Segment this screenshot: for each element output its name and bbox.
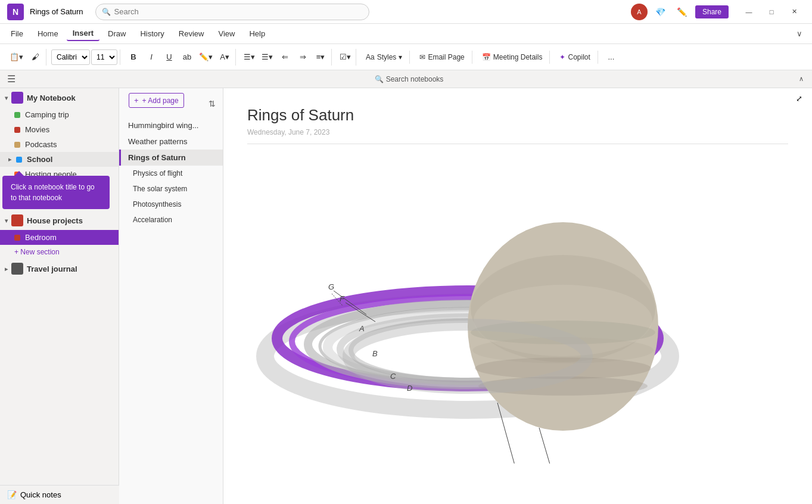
email-group: ✉ Email Page xyxy=(412,51,472,64)
notebook-header-my-notebook[interactable]: ▾ My Notebook xyxy=(0,88,119,107)
avatar[interactable]: A xyxy=(631,4,648,20)
saturn-diagram: G F A B C D Enke division Cassini divisi… xyxy=(247,154,700,463)
notebook-house-projects: ▾ House projects Bedroom Click a noteboo… xyxy=(0,211,119,259)
school-chevron-icon: ▸ xyxy=(8,156,11,163)
menu-draw[interactable]: Draw xyxy=(102,27,132,41)
notebook-header-travel-journal[interactable]: ▸ Travel journal xyxy=(0,259,119,278)
share-button[interactable]: Share xyxy=(695,5,729,18)
text-format-group: B I U ab ✏️▾ A▾ xyxy=(123,49,236,66)
format-painter-button[interactable]: 🖌 xyxy=(27,49,43,66)
quick-notes-icon: 📝 xyxy=(7,490,17,499)
diamond-icon[interactable]: 💎 xyxy=(652,4,669,20)
expand-ribbon-button[interactable]: ∨ xyxy=(792,27,807,41)
menu-history[interactable]: History xyxy=(134,27,170,41)
page-date: Wednesday, June 7, 2023 xyxy=(247,128,788,144)
styles-button[interactable]: Aa Styles ▾ xyxy=(361,51,407,64)
menu-insert[interactable]: Insert xyxy=(67,26,99,41)
page-item-physics-of-flight[interactable]: Physics of flight xyxy=(119,166,223,181)
bullets-button[interactable]: ☰▾ xyxy=(241,49,257,66)
movies-dot xyxy=(14,127,20,133)
menu-review[interactable]: Review xyxy=(173,27,210,41)
quick-notes-item[interactable]: 📝 Quick notes xyxy=(0,485,119,504)
font-color-button[interactable]: A▾ xyxy=(216,49,233,66)
bedroom-dot xyxy=(14,235,20,241)
svg-text:B: B xyxy=(372,349,378,358)
svg-text:D: D xyxy=(407,384,412,393)
menu-view[interactable]: View xyxy=(212,27,241,41)
travel-journal-icon xyxy=(11,263,23,275)
calendar-icon: 📅 xyxy=(482,53,491,61)
title-bar: N Rings of Saturn 🔍 A 💎 ✏️ Share — □ ✕ xyxy=(0,0,812,24)
indent-button[interactable]: ⇒ xyxy=(294,49,311,66)
search-notebooks-button[interactable]: 🔍 Search notebooks xyxy=(370,73,449,86)
highlight-button[interactable]: ✏️▾ xyxy=(197,49,215,66)
sidebar-item-movies[interactable]: Movies xyxy=(0,122,119,137)
checkbox-group: ☑▾ xyxy=(334,49,356,66)
menu-home[interactable]: Home xyxy=(32,27,64,41)
align-button[interactable]: ≡▾ xyxy=(312,49,329,66)
page-item-rings-of-saturn[interactable]: Rings of Saturn xyxy=(119,150,223,166)
add-icon: + xyxy=(134,96,139,105)
add-page-button[interactable]: + + Add page xyxy=(129,93,184,108)
hamburger-button[interactable]: ☰ xyxy=(0,70,23,88)
content-area[interactable]: ⤢ Rings of Saturn Wednesday, June 7, 202… xyxy=(223,88,812,504)
window-title: Rings of Saturn xyxy=(30,7,83,16)
sidebar-item-camping-trip[interactable]: Camping trip xyxy=(0,107,119,122)
copilot-group: ✦ Copilot xyxy=(552,51,598,64)
styles-chevron: ▾ xyxy=(399,53,402,61)
more-button[interactable]: ... xyxy=(603,49,620,66)
page-item-photosynthesis[interactable]: Photosynthesis xyxy=(119,197,223,212)
email-icon: ✉ xyxy=(419,53,425,61)
maximize-button[interactable]: □ xyxy=(761,4,782,20)
menu-bar: File Home Insert Draw History Review Vie… xyxy=(0,24,812,44)
search-bar[interactable]: 🔍 xyxy=(95,4,369,20)
travel-chevron-right-icon: ▸ xyxy=(5,266,8,272)
styles-group: Aa Styles ▾ xyxy=(359,51,410,64)
underline-button[interactable]: U xyxy=(161,49,178,66)
search-notebooks-icon: 🔍 xyxy=(375,75,384,83)
strikethrough-button[interactable]: ab xyxy=(179,49,195,66)
copilot-button[interactable]: ✦ Copilot xyxy=(555,51,595,64)
minimize-button[interactable]: — xyxy=(738,4,760,20)
meeting-details-button[interactable]: 📅 Meeting Details xyxy=(477,51,547,64)
window-controls: — □ ✕ xyxy=(738,4,805,20)
bold-button[interactable]: B xyxy=(125,49,142,66)
clipboard-button[interactable]: 📋▾ xyxy=(7,49,26,66)
chevron-down-icon: ▾ xyxy=(5,95,8,101)
clipboard-group: 📋▾ 🖌 xyxy=(5,49,46,66)
menu-file[interactable]: File xyxy=(5,27,29,41)
page-list: + + Add page ⇅ Hummingbird wing... Weath… xyxy=(119,88,223,504)
numbering-button[interactable]: ☰▾ xyxy=(259,49,275,66)
sidebar-item-podcasts[interactable]: Podcasts xyxy=(0,137,119,152)
email-page-button[interactable]: ✉ Email Page xyxy=(415,51,469,64)
sort-pages-button[interactable]: ⇅ xyxy=(206,98,218,110)
camping-trip-dot xyxy=(14,112,20,118)
expand-content-button[interactable]: ⤢ xyxy=(796,94,802,103)
svg-text:G: G xyxy=(328,282,334,291)
new-section-house-projects[interactable]: + New section xyxy=(0,245,119,259)
page-item-weather[interactable]: Weather patterns xyxy=(119,133,223,150)
checkbox-button[interactable]: ☑▾ xyxy=(337,49,353,66)
expand-sidebar-button[interactable]: ∧ xyxy=(795,73,807,85)
close-button[interactable]: ✕ xyxy=(783,4,805,20)
more-group: ... xyxy=(601,49,622,66)
podcasts-dot xyxy=(14,142,20,148)
school-dot xyxy=(16,157,22,163)
italic-button[interactable]: I xyxy=(143,49,160,66)
svg-text:C: C xyxy=(390,372,396,381)
main-layout: ▾ My Notebook Camping trip Movies Podcas… xyxy=(0,88,812,504)
page-item-solar-system[interactable]: The solar system xyxy=(119,181,223,197)
notebook-header-house-projects[interactable]: ▾ House projects xyxy=(0,211,119,230)
house-chevron-down-icon: ▾ xyxy=(5,217,8,224)
search-input[interactable] xyxy=(114,7,363,16)
title-bar-actions: A 💎 ✏️ Share — □ ✕ xyxy=(631,4,805,20)
page-item-hummingbird[interactable]: Hummingbird wing... xyxy=(119,117,223,133)
menu-help[interactable]: Help xyxy=(243,27,271,41)
page-item-accelaration[interactable]: Accelaration xyxy=(119,212,223,228)
font-size-select[interactable]: 11 xyxy=(91,49,117,65)
outdent-button[interactable]: ⇐ xyxy=(276,49,293,66)
pen-icon[interactable]: ✏️ xyxy=(674,4,690,20)
sidebar-item-bedroom[interactable]: Bedroom Click a notebook title to go to … xyxy=(0,230,119,245)
sidebar-item-school[interactable]: ▸ School xyxy=(0,152,119,167)
font-family-select[interactable]: Calibri xyxy=(51,49,90,65)
